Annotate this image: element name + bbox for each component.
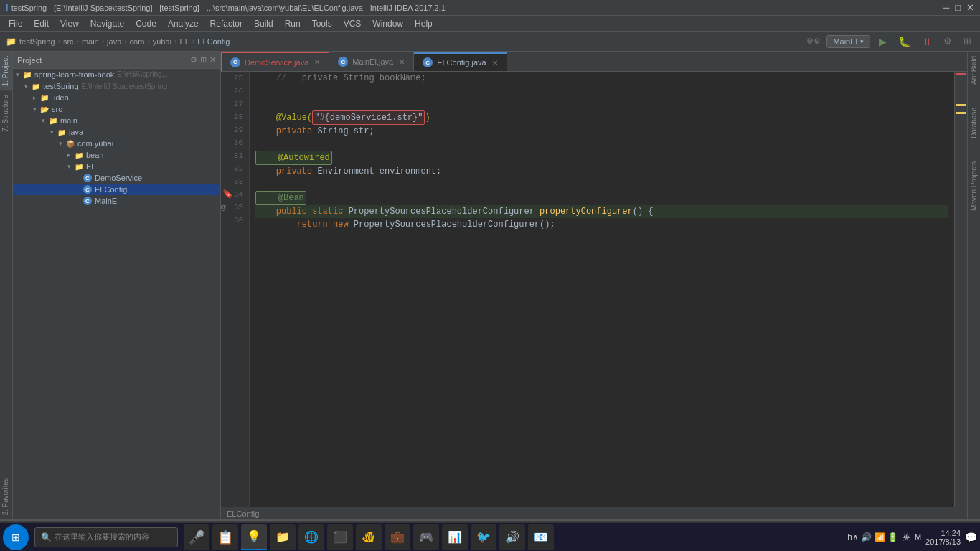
menu-code[interactable]: Code <box>130 17 162 30</box>
file-label: ELConfig <box>227 509 259 518</box>
coverage-button[interactable]: ⏸ <box>919 34 935 49</box>
ant-build-tab[interactable]: Ant Build <box>969 52 979 89</box>
tree-arrow: ▾ <box>56 140 65 147</box>
menu-edit[interactable]: Edit <box>28 17 55 30</box>
settings-button[interactable]: ⚙ <box>941 34 955 48</box>
breadcrumb-main[interactable]: main <box>82 37 99 46</box>
project-header-icons: ⚙ ⊞ ✕ <box>190 55 216 65</box>
menu-tools[interactable]: Tools <box>306 17 338 30</box>
tree-arrow: ▾ <box>47 128 56 136</box>
tab-close-icon[interactable]: ✕ <box>399 58 405 66</box>
tree-item-src[interactable]: ▾ 📂 src <box>13 103 220 115</box>
taskbar-cortana[interactable]: 🎤 <box>184 524 209 550</box>
tab-project[interactable]: 1: Project <box>0 52 12 90</box>
java-file-icon: C <box>82 196 93 206</box>
breadcrumb-elconfig[interactable]: ELConfig <box>197 37 230 46</box>
taskbar-idea[interactable]: 💡 <box>241 524 267 550</box>
taskbar-app6[interactable]: 🐠 <box>356 524 382 550</box>
package-icon: 📦 <box>65 138 76 149</box>
menu-view[interactable]: View <box>55 17 85 30</box>
start-button[interactable]: ⊞ <box>3 524 29 550</box>
tree-arrow: ▾ <box>13 71 22 78</box>
menu-help[interactable]: Help <box>409 17 438 30</box>
run-config[interactable]: MainEl ▾ <box>826 35 870 48</box>
hide-icon[interactable]: ✕ <box>209 55 216 65</box>
code-line-25: // private String bookName; <box>255 72 948 85</box>
tree-item-bean[interactable]: ▸ 📁 bean <box>13 149 220 161</box>
tab-structure[interactable]: 7: Structure <box>0 90 12 136</box>
tree-item-spring-learn[interactable]: ▾ 📁 spring-learn-from-book E:\代码\spring.… <box>13 69 220 80</box>
tree-label: DemoService <box>95 174 142 182</box>
menu-analyze[interactable]: Analyze <box>162 17 204 30</box>
maximize-button[interactable]: □ <box>955 2 961 13</box>
tree-item-elconfig[interactable]: ▸ C ELConfig <box>13 184 220 195</box>
tree-item-java[interactable]: ▾ 📁 java <box>13 126 220 138</box>
menu-run[interactable]: Run <box>279 17 306 30</box>
tab-demoservice[interactable]: C DemoService.java ✕ <box>221 52 329 71</box>
nav-tool1[interactable]: ⚙⚙ <box>806 37 821 46</box>
tab-close-icon[interactable]: ✕ <box>492 59 498 67</box>
breadcrumb-yubai[interactable]: yubai <box>153 37 171 46</box>
taskbar-apps: 🎤 📋 💡 📁 🌐 ⬛ 🐠 💼 🎮 📊 🐦 🔊 📧 <box>184 524 554 550</box>
taskbar-app8[interactable]: 🎮 <box>413 524 439 550</box>
tree-item-demoservice[interactable]: ▸ C DemoService <box>13 172 220 184</box>
breadcrumb-el[interactable]: EL <box>179 37 189 46</box>
breadcrumb-com[interactable]: com <box>130 37 145 46</box>
minimize-button[interactable]: ─ <box>943 2 949 13</box>
taskbar-app11[interactable]: 🔊 <box>499 524 525 550</box>
layout-button[interactable]: ⊞ <box>961 34 974 48</box>
database-tab[interactable]: Database <box>969 103 979 143</box>
tree-item-main[interactable]: ▾ 📁 main <box>13 115 220 126</box>
tree-item-com-yubai[interactable]: ▾ 📦 com.yubai <box>13 138 220 149</box>
taskbar-explorer[interactable]: 📁 <box>270 524 296 550</box>
cog-icon[interactable]: ⚙ <box>190 55 197 65</box>
tree-label: bean <box>86 151 103 159</box>
code-content[interactable]: // private String bookName; @Value("#{de… <box>250 72 954 507</box>
gutter-34: 🔖 34 <box>221 188 246 201</box>
breadcrumb-java[interactable]: java <box>107 37 121 46</box>
breadcrumb-testspring[interactable]: testSpring <box>19 37 55 46</box>
window-controls[interactable]: ─ □ ✕ <box>943 2 974 13</box>
tab-elconfig[interactable]: C ELConfig.java ✕ <box>414 52 507 71</box>
maven-tab[interactable]: Maven Projects <box>969 157 979 215</box>
close-button[interactable]: ✕ <box>966 2 974 13</box>
debug-button[interactable]: 🐛 <box>895 34 913 49</box>
run-button[interactable]: ▶ <box>876 34 890 49</box>
taskbar-ie[interactable]: 🌐 <box>298 524 324 550</box>
tree-label: MainEl <box>95 197 119 205</box>
tree-label: main <box>60 116 77 125</box>
tree-item-el[interactable]: ▾ 📁 EL <box>13 161 220 172</box>
gear-icon[interactable]: ⊞ <box>200 55 207 65</box>
line-gutter: 25 26 27 28 29 30 31 32 33 🔖 34 @ 35 36 <box>221 72 250 507</box>
breadcrumb-src[interactable]: src <box>63 37 74 46</box>
folder-icon: 📁 <box>39 93 50 103</box>
menu-refactor[interactable]: Refactor <box>204 17 248 30</box>
gutter-32: 32 <box>221 162 246 175</box>
menu-file[interactable]: File <box>3 17 28 30</box>
taskbar-tasks[interactable]: 📋 <box>212 524 238 550</box>
tab-mainel[interactable]: C MainEl.java ✕ <box>329 52 414 71</box>
gutter-35: @ 35 <box>221 201 246 214</box>
menu-build[interactable]: Build <box>248 17 279 30</box>
java-file-icon: C <box>82 184 93 194</box>
clock: 14:24 2017/8/13 <box>925 529 961 546</box>
taskbar-app9[interactable]: 📊 <box>442 524 468 550</box>
menu-vcs[interactable]: VCS <box>338 17 367 30</box>
tree-item-idea[interactable]: ▸ 📁 .idea <box>13 92 220 103</box>
tab-close-icon[interactable]: ✕ <box>314 58 320 66</box>
taskbar-app7[interactable]: 💼 <box>385 524 410 550</box>
folder-icon: 📁 <box>73 150 85 160</box>
tab-favorites[interactable]: 2: Favorites <box>0 474 12 519</box>
taskbar-app10[interactable]: 🐦 <box>471 524 496 550</box>
taskbar-app12[interactable]: 📧 <box>528 524 554 550</box>
menu-navigate[interactable]: Navigate <box>85 17 130 30</box>
editor-container: C DemoService.java ✕ C MainEl.java ✕ C E… <box>221 52 967 519</box>
tree-item-testspring[interactable]: ▾ 📁 testSpring E:\IntelliJ Space\testSpr… <box>13 80 220 92</box>
project-icon: 📁 <box>6 37 17 47</box>
menu-window[interactable]: Window <box>367 17 409 30</box>
taskbar-search[interactable]: 🔍 在这里输入你要搜索的内容 <box>34 527 178 547</box>
taskbar-cmd[interactable]: ⬛ <box>327 524 353 550</box>
notification-center[interactable]: 💬 <box>965 532 977 543</box>
tree-arrow: ▾ <box>65 163 73 170</box>
tree-item-mainel[interactable]: ▸ C MainEl <box>13 195 220 207</box>
